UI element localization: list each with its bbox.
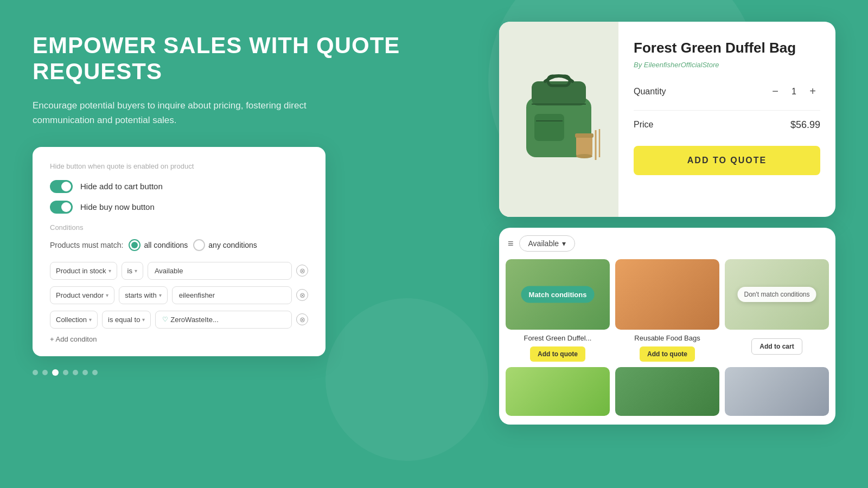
condition-row-2: Product vendor ▾ starts with ▾ eileenfis… <box>50 286 308 304</box>
svg-rect-7 <box>575 133 593 138</box>
chevron-down-icon: ▾ <box>108 268 111 274</box>
filter-icon[interactable]: ≡ <box>508 238 514 249</box>
condition-row-1: Product in stock ▾ is ▾ Available ⊗ <box>50 262 308 280</box>
grid-item-1-image: Match conditions <box>506 259 610 330</box>
add-to-quote-button[interactable]: ADD TO QUOTE <box>634 146 820 175</box>
grid-bottom-item-1 <box>506 367 610 416</box>
hero-subtitle: Encourage potential buyers to inquire ab… <box>33 98 336 127</box>
price-label: Price <box>634 120 653 130</box>
radio-any-conditions[interactable]: any conditions <box>193 239 257 251</box>
toggle-row-2: Hide buy now button <box>50 201 308 214</box>
grid-bottom-img-1 <box>506 367 610 416</box>
product-info: Forest Green Duffel Bag By EileenfisherO… <box>618 22 835 217</box>
grid-item-1: Match conditions Forest Green Duffel... … <box>506 259 610 362</box>
hide-cart-label: Hide add to cart button <box>80 182 163 191</box>
chevron-down-icon: ▾ <box>106 292 108 298</box>
match-conditions-badge-1: Match conditions <box>521 286 595 303</box>
radio-any-label: any conditions <box>208 241 257 249</box>
grid-bottom-row <box>499 362 835 416</box>
hide-cart-toggle[interactable] <box>50 180 73 193</box>
grid-item-2-placeholder <box>615 259 719 330</box>
condition-row-3: Collection ▾ is equal to ▾ ♡ ZeroWasteIt… <box>50 311 308 329</box>
pagination-dots <box>33 369 434 376</box>
product-quantity-row: Quantity − 1 + <box>634 84 820 99</box>
grid-item-3-cart-button[interactable]: Add to cart <box>751 338 802 355</box>
chevron-down-icon: ▾ <box>135 268 137 274</box>
config-card: Hide button when quote is enabled on pro… <box>33 147 326 356</box>
condition-1-field[interactable]: Product in stock ▾ <box>50 262 117 280</box>
product-image <box>499 22 618 217</box>
heart-icon: ♡ <box>162 316 168 323</box>
condition-3-remove[interactable]: ⊗ <box>296 313 308 325</box>
bag-illustration <box>515 65 602 174</box>
dot-2[interactable] <box>42 370 48 375</box>
product-name: Forest Green Duffel Bag <box>634 39 820 57</box>
condition-1-operator[interactable]: is ▾ <box>122 262 143 280</box>
hero-title-line1: EMPOWER SALES WITH QUOTE <box>33 33 400 58</box>
grid-item-2-quote-button[interactable]: Add to quote <box>640 346 695 362</box>
condition-3-field[interactable]: Collection ▾ <box>50 311 98 329</box>
radio-all-inner <box>131 242 138 248</box>
grid-bottom-img-2 <box>615 367 719 416</box>
chevron-down-icon: ▾ <box>159 292 162 298</box>
grid-bottom-item-2 <box>615 367 719 416</box>
add-condition-button[interactable]: + Add conditon <box>50 335 308 343</box>
product-detail-card: Forest Green Duffel Bag By EileenfisherO… <box>499 22 835 217</box>
condition-1-remove[interactable]: ⊗ <box>296 265 308 277</box>
grid-item-2-image <box>615 259 719 330</box>
condition-3-operator[interactable]: is equal to ▾ <box>102 311 151 329</box>
radio-all-label: all conditions <box>144 241 188 249</box>
right-panel: Forest Green Duffel Bag By EileenfisherO… <box>499 22 835 425</box>
match-row-label: Products must match: <box>50 241 123 249</box>
divider-1 <box>634 110 820 111</box>
match-row: Products must match: all conditions any … <box>50 239 308 251</box>
available-filter-badge[interactable]: Available ▾ <box>519 235 576 252</box>
grid-header: ≡ Available ▾ <box>499 228 835 259</box>
radio-all-conditions[interactable]: all conditions <box>129 239 188 251</box>
dot-5[interactable] <box>73 370 78 375</box>
dot-1[interactable] <box>33 370 38 375</box>
quantity-control: − 1 + <box>768 84 820 99</box>
conditions-section-label: Conditions <box>50 223 308 232</box>
condition-1-value[interactable]: Available <box>148 262 292 280</box>
dont-match-conditions-badge: Don't match conditions <box>737 287 816 302</box>
svg-point-8 <box>576 154 592 158</box>
radio-any-outer <box>193 239 205 251</box>
grid-item-2-name: Reusable Food Bags <box>634 334 700 342</box>
quantity-value: 1 <box>792 87 796 97</box>
grid-item-2: Reusable Food Bags Add to quote <box>615 259 719 362</box>
dot-6[interactable] <box>82 370 88 375</box>
condition-2-value[interactable]: eileenfisher <box>172 286 292 304</box>
dot-3-active[interactable] <box>52 369 59 376</box>
condition-3-value[interactable]: ♡ ZeroWasteIte... <box>155 311 292 329</box>
grid-item-3: Don't match conditions Add to cart <box>725 259 829 362</box>
grid-items-row: Match conditions Forest Green Duffel... … <box>499 259 835 362</box>
product-price-row: Price $56.99 <box>634 119 820 131</box>
grid-bottom-img-3 <box>725 367 829 416</box>
grid-item-1-name: Forest Green Duffel... <box>524 334 592 342</box>
grid-bottom-item-3 <box>725 367 829 416</box>
condition-2-field[interactable]: Product vendor ▾ <box>50 286 114 304</box>
grid-item-1-quote-button[interactable]: Add to quote <box>530 346 585 362</box>
grid-item-3-image: Don't match conditions <box>725 259 829 330</box>
left-panel: EMPOWER SALES WITH QUOTE REQUESTS Encour… <box>33 33 434 376</box>
svg-rect-4 <box>534 114 564 141</box>
condition-2-remove[interactable]: ⊗ <box>296 289 308 301</box>
dot-7[interactable] <box>92 370 98 375</box>
hero-title: EMPOWER SALES WITH QUOTE REQUESTS <box>33 33 434 85</box>
quantity-label: Quantity <box>634 87 666 97</box>
config-section-title: Hide button when quote is enabled on pro… <box>50 162 308 170</box>
hide-buynow-toggle[interactable] <box>50 201 73 214</box>
radio-all-outer <box>129 239 141 251</box>
chevron-down-icon: ▾ <box>142 317 145 323</box>
chevron-down-icon: ▾ <box>89 317 92 323</box>
toggle-row-1: Hide add to cart button <box>50 180 308 193</box>
hide-buynow-label: Hide buy now button <box>80 202 155 211</box>
quantity-increase-button[interactable]: + <box>805 84 820 99</box>
svg-rect-6 <box>576 136 592 156</box>
dot-4[interactable] <box>63 370 68 375</box>
condition-2-operator[interactable]: starts with ▾ <box>119 286 168 304</box>
chevron-down-icon: ▾ <box>562 239 566 248</box>
product-seller: By EileenfisherOfficialStore <box>634 61 820 69</box>
quantity-decrease-button[interactable]: − <box>768 84 783 99</box>
